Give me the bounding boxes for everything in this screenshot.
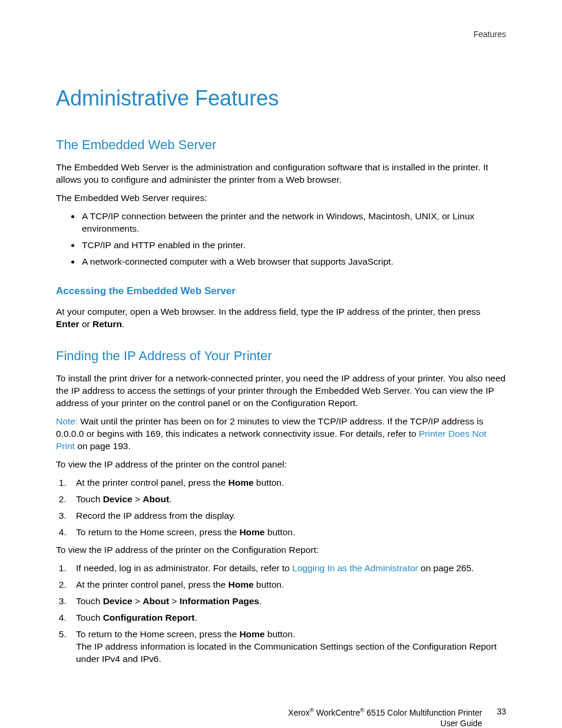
list-item: To return to the Home screen, press the … xyxy=(69,628,506,666)
requirements-list: A TCP/IP connection between the printer … xyxy=(56,210,506,268)
body-text: The Embedded Web Server requires: xyxy=(56,192,506,205)
link-logging-in-admin[interactable]: Logging In as the Administrator xyxy=(292,563,418,573)
heading-embedded-web-server: The Embedded Web Server xyxy=(56,137,506,153)
page-footer: Xerox® WorkCentre® 6515 Color Multifunct… xyxy=(56,707,506,728)
steps-control-panel: At the printer control panel, press the … xyxy=(56,477,506,539)
page-number: 33 xyxy=(497,707,506,716)
list-item: Touch Device > About. xyxy=(69,493,506,506)
footer-product: Xerox® WorkCentre® 6515 Color Multifunct… xyxy=(288,707,482,728)
section-label: Features xyxy=(56,29,506,39)
list-item: At the printer control panel, press the … xyxy=(69,579,506,591)
body-text: To install the print driver for a networ… xyxy=(56,373,506,410)
list-item: A network-connected computer with a Web … xyxy=(81,256,506,268)
body-text: The Embedded Web Server is the administr… xyxy=(56,162,506,186)
list-item: Record the IP address from the display. xyxy=(69,510,506,522)
body-text: At your computer, open a Web browser. In… xyxy=(56,306,506,331)
list-item: A TCP/IP connection between the printer … xyxy=(81,210,506,235)
note-text: Note: Wait until the printer has been on… xyxy=(56,416,506,453)
key-label: Return xyxy=(92,319,122,329)
heading-accessing-ews: Accessing the Embedded Web Server xyxy=(56,285,506,297)
list-item: Touch Device > About > Information Pages… xyxy=(69,595,506,608)
body-text: To view the IP address of the printer on… xyxy=(56,544,506,556)
note-label: Note: xyxy=(56,416,78,426)
list-item: At the printer control panel, press the … xyxy=(69,477,506,489)
document-page: Features Administrative Features The Emb… xyxy=(0,0,562,728)
key-label: Enter xyxy=(56,319,80,329)
steps-config-report: If needed, log in as administrator. For … xyxy=(56,562,506,665)
list-item: TCP/IP and HTTP enabled in the printer. xyxy=(81,239,506,252)
list-item: Touch Configuration Report. xyxy=(69,612,506,624)
page-title: Administrative Features xyxy=(56,86,506,111)
list-item: To return to the Home screen, press the … xyxy=(69,526,506,539)
body-text: To view the IP address of the printer on… xyxy=(56,459,506,471)
list-item: If needed, log in as administrator. For … xyxy=(69,562,506,575)
heading-finding-ip: Finding the IP Address of Your Printer xyxy=(56,348,506,364)
